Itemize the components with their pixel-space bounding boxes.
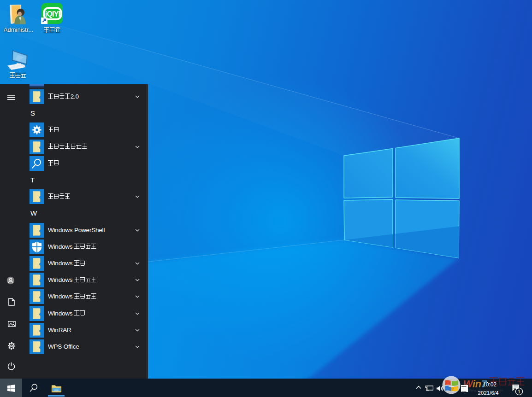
svg-text:1: 1 <box>518 389 520 394</box>
